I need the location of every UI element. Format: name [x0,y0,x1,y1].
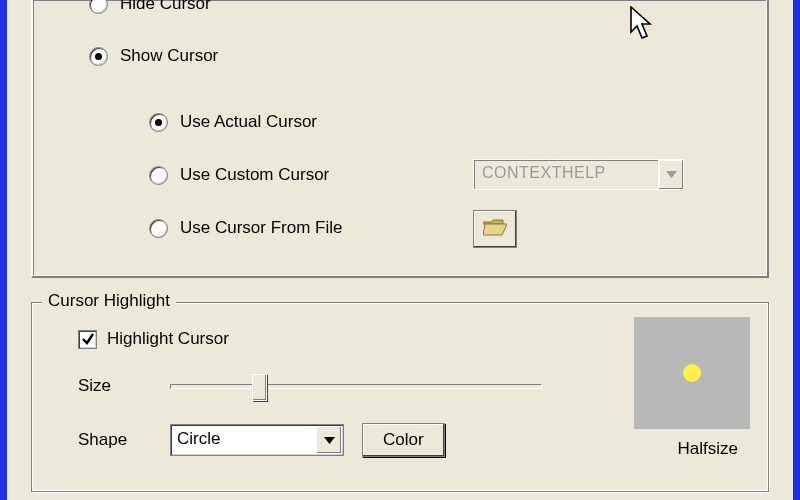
dropdown-arrow-icon[interactable] [316,426,342,454]
svg-marker-3 [324,437,335,444]
highlight-preview [634,317,750,429]
check-icon [81,332,95,346]
radio-use-file[interactable] [149,219,168,238]
use-file-label: Use Cursor From File [180,218,342,238]
show-cursor-row: Show Cursor [89,46,218,66]
use-custom-label: Use Custom Cursor [180,165,329,185]
highlight-preview-dot [683,364,701,382]
color-button-label: Color [383,430,424,450]
cursor-highlight-legend: Cursor Highlight [42,291,176,311]
slider-track [170,384,542,389]
size-label: Size [78,376,170,396]
slider-thumb[interactable] [252,374,267,401]
shape-combo[interactable]: Circle [170,424,344,456]
browse-file-button[interactable] [473,210,517,248]
use-actual-label: Use Actual Cursor [180,112,317,132]
shape-combo-value: Circle [171,425,315,455]
cursor-highlight-group: Cursor Highlight Highlight Cursor Size S… [31,302,769,492]
svg-marker-2 [483,224,507,235]
hide-cursor-label: Hide Cursor [120,0,211,14]
use-custom-row: Use Custom Cursor [149,165,329,185]
radio-use-actual[interactable] [149,113,168,132]
use-file-row: Use Cursor From File [149,218,342,238]
custom-cursor-combo-value: CONTEXTHELP [474,160,658,189]
dropdown-arrow-icon [658,160,683,189]
color-button[interactable]: Color [362,423,445,457]
radio-show-cursor[interactable] [89,47,108,66]
size-slider[interactable] [170,373,542,399]
hide-cursor-row: Hide Cursor [89,0,211,14]
custom-cursor-combo: CONTEXTHELP [473,159,684,190]
highlight-cursor-label: Highlight Cursor [107,329,229,349]
use-actual-row: Use Actual Cursor [149,112,317,132]
cursor-mode-group: Hide Cursor Show Cursor Use Actual Curso… [31,0,769,278]
show-cursor-label: Show Cursor [120,46,218,66]
svg-marker-0 [666,171,677,178]
svg-marker-1 [483,220,503,224]
shape-label: Shape [78,430,170,450]
halfsize-label: Halfsize [678,439,738,459]
radio-hide-cursor[interactable] [89,0,108,14]
highlight-cursor-checkbox[interactable] [78,330,97,349]
radio-use-custom[interactable] [149,166,168,185]
folder-open-icon [483,218,507,241]
